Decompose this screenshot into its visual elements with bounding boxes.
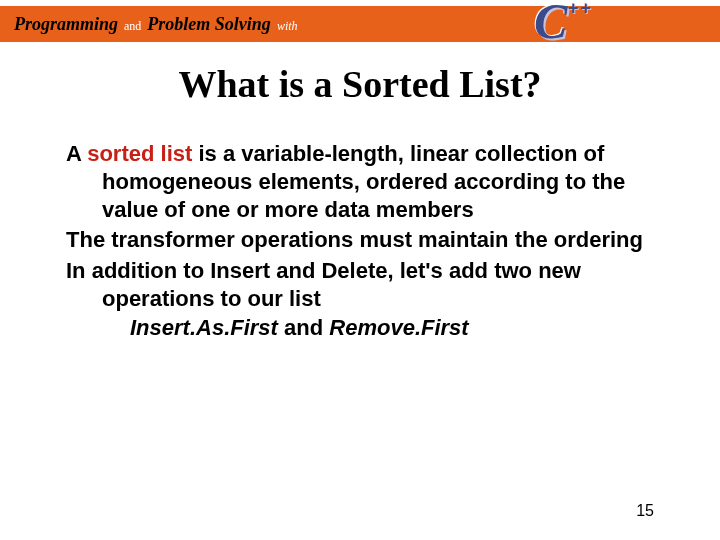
header-banner: Programming and Problem Solving with C +… bbox=[0, 0, 720, 48]
p1-term-sorted-list: sorted list bbox=[87, 141, 192, 166]
p1-lead: A bbox=[66, 141, 87, 166]
banner-word-and: and bbox=[124, 19, 141, 34]
slide-title: What is a Sorted List? bbox=[0, 62, 720, 106]
paragraph-2: The transformer operations must maintain… bbox=[66, 226, 658, 254]
logo-letter-c: C bbox=[534, 0, 567, 50]
page-number: 15 bbox=[636, 502, 654, 520]
banner-text: Programming and Problem Solving with bbox=[14, 14, 298, 35]
banner-word-problem-solving: Problem Solving bbox=[147, 14, 271, 35]
banner-word-programming: Programming bbox=[14, 14, 118, 35]
logo-plus-plus: ++ bbox=[568, 0, 593, 19]
banner-strip: Programming and Problem Solving with bbox=[0, 6, 720, 42]
operations-line: Insert.As.First and Remove.First bbox=[130, 315, 658, 341]
slide-body: A sorted list is a variable-length, line… bbox=[66, 140, 658, 341]
cpp-logo-icon: C ++ bbox=[534, 0, 592, 52]
op-remove-first: Remove.First bbox=[329, 315, 468, 340]
ops-and: and bbox=[278, 315, 329, 340]
paragraph-3: In addition to Insert and Delete, let's … bbox=[66, 257, 658, 313]
banner-word-with: with bbox=[277, 19, 298, 34]
paragraph-1: A sorted list is a variable-length, line… bbox=[66, 140, 658, 224]
op-insert-as-first: Insert.As.First bbox=[130, 315, 278, 340]
